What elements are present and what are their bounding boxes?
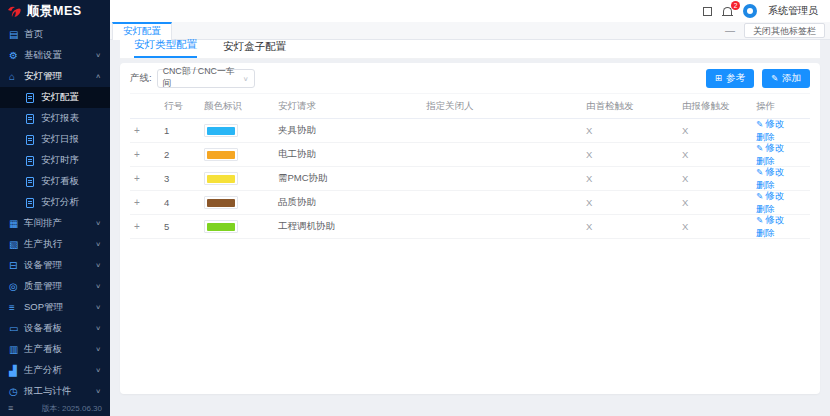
delete-link[interactable]: 删除	[756, 227, 775, 240]
sidebar-item-基础设置[interactable]: ⚙基础设置∨	[0, 45, 110, 66]
sidebar-subitem-安灯配置[interactable]: 安灯配置	[0, 87, 110, 108]
equipment-board-icon: ▭	[9, 323, 24, 334]
chevron-icon: ∧	[95, 73, 101, 80]
color-swatch	[204, 172, 238, 185]
edit-icon: ✎	[756, 119, 763, 129]
cell-repair: X	[682, 197, 756, 208]
document-icon	[26, 198, 34, 208]
settings-icon: ⚙	[9, 50, 24, 61]
notifications-button[interactable]: 2	[723, 7, 732, 15]
sidebar-item-首页[interactable]: ▤首页	[0, 24, 110, 45]
sidebar-item-label: 安灯配置	[41, 91, 79, 104]
chevron-icon: ∨	[95, 346, 101, 353]
cell-first-check: X	[586, 197, 682, 208]
table-body: +1夹具协助XX✎修改删除+2电工协助XX✎修改删除+3需PMC协助XX✎修改删…	[130, 119, 810, 239]
chevron-down-icon: ∨	[243, 74, 249, 81]
sidebar-item-车间排产[interactable]: ▦车间排产∨	[0, 213, 110, 234]
color-swatch	[204, 196, 238, 209]
config-tabs: 安灯类型配置 安灯盒子配置	[120, 40, 820, 59]
expand-row-button[interactable]: +	[130, 125, 140, 136]
edit-icon: ✎	[756, 191, 763, 201]
sidebar-item-label: 安灯管理	[24, 70, 62, 83]
edit-link-label: 修改	[765, 166, 784, 179]
sidebar-subitem-安灯时序[interactable]: 安灯时序	[0, 150, 110, 171]
sidebar-item-label: 生产看板	[24, 343, 62, 356]
cell-line-no: 2	[164, 149, 204, 160]
fullscreen-icon[interactable]	[703, 7, 712, 16]
table-row: +3需PMC协助XX✎修改删除	[130, 167, 810, 191]
sidebar-item-安灯管理[interactable]: ⌂安灯管理∧	[0, 66, 110, 87]
sidebar-item-label: 安灯报表	[41, 112, 79, 125]
edit-link[interactable]: ✎修改	[756, 190, 784, 203]
close-other-tabs-button[interactable]: 关闭其他标签栏	[744, 23, 825, 38]
cell-first-check: X	[586, 125, 682, 136]
chevron-icon: ∨	[95, 283, 101, 290]
color-swatch	[204, 124, 238, 137]
production-line-select[interactable]: CNC部 / CNC一车间 ∨	[157, 69, 255, 88]
edit-link-label: 修改	[765, 190, 784, 203]
sidebar-item-质量管理[interactable]: ◎质量管理∨	[0, 276, 110, 297]
expand-row-button[interactable]: +	[130, 221, 140, 232]
app-title: 顺景MES	[27, 3, 82, 20]
edit-link[interactable]: ✎修改	[756, 118, 784, 131]
user-name[interactable]: 系统管理员	[768, 4, 818, 18]
sidebar-item-label: 基础设置	[24, 49, 62, 62]
cell-repair: X	[682, 173, 756, 184]
cell-line-no: 4	[164, 197, 204, 208]
tab-andon-config[interactable]: 安灯配置	[112, 22, 172, 40]
document-icon	[26, 177, 34, 187]
add-button-label: 添加	[782, 72, 801, 85]
edit-link[interactable]: ✎修改	[756, 166, 784, 179]
sidebar-menu: ▤首页⚙基础设置∨⌂安灯管理∧安灯配置安灯报表安灯日报安灯时序安灯看板安灯分析▦…	[0, 22, 110, 400]
sidebar-item-label: 安灯分析	[41, 196, 79, 209]
sidebar-item-生产执行[interactable]: ▧生产执行∨	[0, 234, 110, 255]
edit-icon: ✎	[771, 73, 778, 83]
sidebar-subitem-安灯看板[interactable]: 安灯看板	[0, 171, 110, 192]
tab-strip-controls: — 关闭其他标签栏	[725, 23, 830, 38]
col-line-no: 行号	[164, 100, 204, 113]
sidebar-item-label: 车间排产	[24, 217, 62, 230]
sidebar-item-生产看板[interactable]: ▥生产看板∨	[0, 339, 110, 360]
reference-button-label: 参考	[726, 72, 745, 85]
sidebar-item-报工与计件[interactable]: ◷报工与计件∨	[0, 381, 110, 400]
edit-link[interactable]: ✎修改	[756, 214, 784, 227]
add-button[interactable]: ✎ 添加	[762, 69, 810, 88]
sidebar: 顺景MES ▤首页⚙基础设置∨⌂安灯管理∧安灯配置安灯报表安灯日报安灯时序安灯看…	[0, 0, 110, 416]
sidebar-subitem-安灯报表[interactable]: 安灯报表	[0, 108, 110, 129]
home-icon: ▤	[9, 29, 24, 40]
collapse-sidebar-icon[interactable]: ≡	[8, 403, 13, 413]
edit-link-label: 修改	[765, 142, 784, 155]
expand-row-button[interactable]: +	[130, 197, 140, 208]
chevron-icon: ∨	[95, 241, 101, 248]
edit-link[interactable]: ✎修改	[756, 142, 784, 155]
tab-andon-box-config[interactable]: 安灯盒子配置	[223, 40, 286, 58]
sidebar-item-设备管理[interactable]: ⊟设备管理∨	[0, 255, 110, 276]
expand-row-button[interactable]: +	[130, 173, 140, 184]
cell-first-check: X	[586, 149, 682, 160]
cell-repair: X	[682, 125, 756, 136]
sidebar-item-label: 安灯日报	[41, 133, 79, 146]
avatar[interactable]	[743, 4, 757, 18]
table-row: +2电工协助XX✎修改删除	[130, 143, 810, 167]
col-color: 颜色标识	[204, 100, 278, 113]
equipment-management-icon: ⊟	[9, 260, 24, 271]
sidebar-subitem-安灯日报[interactable]: 安灯日报	[0, 129, 110, 150]
tab-andon-type-config[interactable]: 安灯类型配置	[134, 38, 197, 58]
sidebar-item-label: 设备看板	[24, 322, 62, 335]
reference-button[interactable]: ⊞ 参考	[706, 69, 754, 88]
edit-icon: ✎	[756, 215, 763, 225]
sidebar-item-生产分析[interactable]: ▟生产分析∨	[0, 360, 110, 381]
sidebar-item-设备看板[interactable]: ▭设备看板∨	[0, 318, 110, 339]
color-swatch	[204, 220, 238, 233]
expand-row-button[interactable]: +	[130, 149, 140, 160]
col-first-check: 由首检触发	[586, 100, 682, 113]
collapse-tabs-icon[interactable]: —	[725, 25, 735, 36]
notification-badge: 2	[731, 1, 740, 10]
cell-line-no: 5	[164, 221, 204, 232]
main-content: 安灯类型配置 安灯盒子配置 产线: CNC部 / CNC一车间 ∨ ⊞ 参考 ✎…	[110, 40, 830, 416]
col-request: 安灯请求	[278, 100, 426, 113]
sidebar-item-SOP管理[interactable]: ≡SOP管理∨	[0, 297, 110, 318]
edit-link-label: 修改	[765, 118, 784, 131]
sidebar-subitem-安灯分析[interactable]: 安灯分析	[0, 192, 110, 213]
tab-strip: 安灯配置 — 关闭其他标签栏	[110, 22, 830, 40]
